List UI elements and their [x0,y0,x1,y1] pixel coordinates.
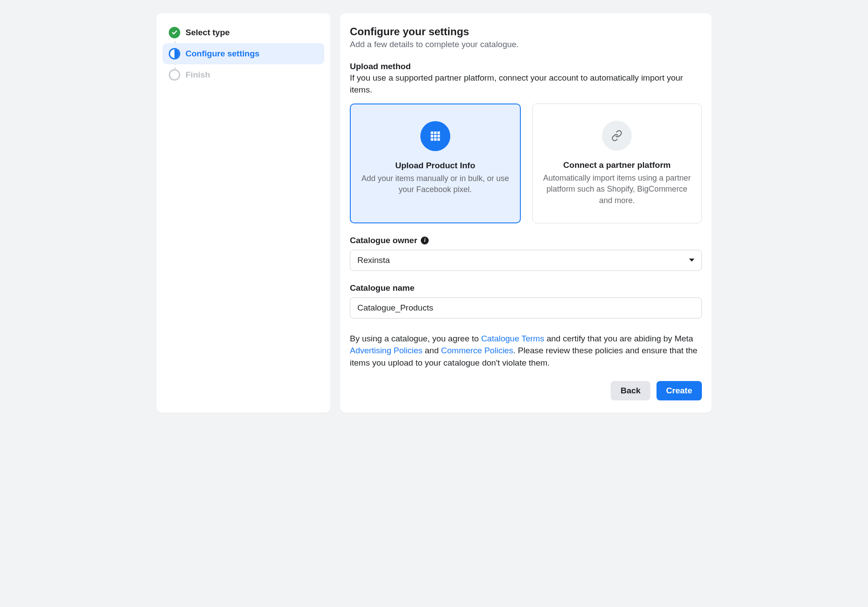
card-desc: Automatically import items using a partn… [542,173,692,206]
check-circle-icon [169,27,180,38]
card-title: Upload Product Info [360,161,510,170]
step-finish[interactable]: Finish [163,64,324,85]
catalogue-name-label: Catalogue name [350,283,702,293]
card-desc: Add your items manually or in bulk, or u… [360,173,510,195]
upload-method-section: Upload method If you use a supported par… [350,62,702,223]
svg-rect-6 [430,138,433,141]
svg-rect-4 [434,135,437,137]
step-configure-settings[interactable]: Configure settings [163,43,324,64]
create-button[interactable]: Create [657,381,702,400]
page-subtitle: Add a few details to complete your catal… [350,40,702,49]
chevron-down-icon [689,259,694,262]
link-catalogue-terms[interactable]: Catalogue Terms [481,334,544,343]
catalogue-owner-label: Catalogue owner [350,236,417,245]
page-title: Configure your settings [350,26,702,38]
catalogue-owner-section: Catalogue owner i Rexinsta [350,236,702,271]
legal-text: By using a catalogue, you agree to Catal… [350,333,702,369]
link-commerce-policies[interactable]: Commerce Policies [441,346,513,355]
upload-method-hint: If you use a supported partner platform,… [350,72,702,96]
catalogue-owner-select[interactable]: Rexinsta [350,250,702,271]
step-label: Finish [185,70,210,80]
link-advertising-policies[interactable]: Advertising Policies [350,346,423,355]
card-title: Connect a partner platform [542,160,692,170]
svg-rect-1 [434,132,437,134]
sidebar: Select type Configure settings Finish [156,13,330,413]
step-label: Configure settings [185,49,260,59]
svg-rect-8 [437,138,440,141]
card-upload-product-info[interactable]: Upload Product Info Add your items manua… [350,104,521,223]
step-select-type[interactable]: Select type [163,22,324,43]
step-label: Select type [185,28,230,37]
upload-method-title: Upload method [350,62,702,71]
svg-rect-3 [430,135,433,137]
svg-rect-0 [430,132,433,134]
grid-icon [420,121,450,151]
catalogue-name-input[interactable] [357,303,694,313]
empty-circle-icon [169,69,180,81]
svg-rect-7 [434,138,437,141]
catalogue-name-section: Catalogue name [350,283,702,318]
half-circle-icon [169,48,180,59]
catalogue-owner-value: Rexinsta [357,255,390,265]
main-panel: Configure your settings Add a few detail… [340,13,712,413]
svg-rect-5 [437,135,440,137]
card-connect-partner[interactable]: Connect a partner platform Automatically… [532,104,702,223]
info-icon[interactable]: i [421,237,429,244]
back-button[interactable]: Back [611,381,650,400]
svg-rect-2 [437,132,440,134]
link-icon [602,121,632,151]
